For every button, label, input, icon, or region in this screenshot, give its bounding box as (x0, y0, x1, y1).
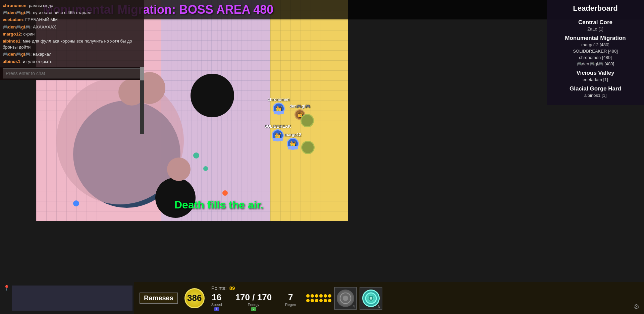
energy-stat: 170 / 170 Energy 2 (235, 292, 272, 311)
svg-point-1 (343, 296, 348, 301)
ability-dot-row2 (324, 299, 327, 302)
ability-slot-4[interactable]: 4 (334, 287, 357, 310)
lb-section: Glacial Gorge Hardalbinos1 [1] (552, 85, 639, 98)
olive-blob-2 (301, 141, 315, 154)
death-message: Death fills the air. (174, 199, 263, 211)
lb-section-title: Glacial Gorge Hard (552, 85, 639, 92)
leaderboard-content: Central CoreZaLo [1]Monumental Migration… (552, 19, 639, 98)
chat-message: 🎮den🎮gi🎮: ну и остовайся с 465 етадам (3, 10, 142, 16)
svg-point-4 (370, 297, 372, 300)
olive-blob-1 (301, 114, 314, 127)
ability-dot-row2 (328, 299, 331, 302)
chat-message: margo12: скрин (3, 31, 142, 37)
lb-section: Central CoreZaLo [1] (552, 19, 639, 32)
player-margo12-name: margo12 (284, 132, 301, 137)
chat-message: albinos1: мне для фулл ака короны все по… (3, 38, 142, 50)
black-blob-1 (191, 74, 234, 117)
player-solidbreaker-name: SOLIDBREAK (264, 124, 291, 129)
ability-slots-area: 4 5 (306, 287, 382, 310)
ability-dot-row2 (306, 299, 310, 302)
energy-label: Energy (248, 303, 259, 307)
ability-dots-area (306, 294, 331, 302)
slot-4-icon (339, 292, 352, 304)
lb-section: Monumental Migrationmargo12 [480]SOLIDBR… (552, 35, 639, 66)
lb-entry: 🎮den🎮gi🎮 [480] (552, 61, 639, 66)
chat-panel: chronomen: рамзы сюда🎮den🎮gi🎮: ну и осто… (0, 0, 144, 80)
player-hud: Rameses 386 Points: 89 16 Speed 1 170 / … (134, 282, 644, 314)
lb-entry: albinos1 [1] (552, 93, 639, 98)
slot-4-number: 4 (353, 304, 355, 308)
lb-section-title: Central Core (552, 19, 639, 26)
ability-dot-row1 (319, 294, 323, 298)
chat-message: chronomen: рамзы сюда (3, 3, 142, 9)
teal-dot-1 (193, 152, 199, 159)
chat-message: 🎮den🎮gi🎮: накаркал (3, 51, 142, 57)
speed-value: 16 (212, 292, 221, 303)
ability-dot-row1 (324, 294, 327, 298)
lb-entry: SOLIDBREAKER [480] (552, 49, 639, 54)
teal-dot-2 (203, 166, 208, 171)
player-dengi-name: den🎮gi🎮 (289, 104, 310, 109)
slot-5-inner (362, 290, 380, 307)
ability-dot-row1 (306, 294, 310, 298)
slot-5-icon (365, 292, 377, 304)
chat-scrollbar-thumb[interactable] (140, 67, 144, 80)
lb-entry: ZaLo [1] (552, 26, 639, 32)
regen-value: 7 (288, 292, 293, 303)
stat-row: 16 Speed 1 170 / 170 Energy 2 7 Regen (211, 292, 296, 311)
orange-dot (222, 190, 228, 196)
chat-message: 🎮den🎮gi🎮: АХАХАХАХ (3, 24, 142, 30)
leaderboard-title: Leaderboard (552, 4, 639, 15)
points-value: 89 (229, 285, 235, 291)
gear-button[interactable]: ⚙ (632, 302, 641, 311)
chat-messages: chronomen: рамзы сюда🎮den🎮gi🎮: ну и осто… (0, 0, 144, 67)
level-badge: 386 (184, 288, 205, 308)
ability-dot-row2 (311, 299, 314, 302)
regen-label: Regen (285, 303, 296, 307)
chat-input[interactable] (3, 68, 142, 78)
speed-stat: 16 Speed 1 (211, 292, 222, 311)
bottom-hud: 📍 Rameses 386 Points: 89 16 Speed 1 170 … (0, 282, 644, 314)
lb-entry: margo12 [480] (552, 42, 639, 47)
slot-4-inner (337, 290, 354, 307)
player-margo12: margo12 👑 (284, 132, 301, 150)
ability-dot-row1 (311, 294, 314, 298)
black-blob-2 (155, 178, 196, 218)
slot-5-number: 5 (378, 304, 380, 308)
lb-section: Vicious Valleyeeetadam [1] (552, 70, 639, 82)
player-chronomen: chronomen 👑 (268, 97, 289, 115)
chat-input-container (0, 67, 144, 80)
minimap-area: 📍 (0, 282, 134, 314)
stats-area: Points: 89 16 Speed 1 170 / 170 Energy 2… (211, 285, 296, 311)
lb-entry: chronomen [480] (552, 55, 639, 60)
minimap-pin-icon: 📍 (3, 285, 10, 291)
regen-stat: 7 Regen (285, 292, 296, 311)
energy-value: 170 / 170 (235, 292, 272, 303)
pink-blob-small (167, 158, 191, 181)
ability-dots-row2 (306, 299, 331, 302)
leaderboard-panel: Leaderboard Central CoreZaLo [1]Monument… (547, 0, 644, 105)
energy-badge: 2 (251, 307, 256, 311)
lb-entry: eeetadam [1] (552, 77, 639, 82)
chat-message: eeetadam: ГРЕБАНЫЙ ММ (3, 17, 142, 23)
speed-label: Speed (211, 303, 222, 307)
player-chronomen-name: chronomen (268, 97, 289, 102)
ability-dot-row2 (315, 299, 318, 302)
ability-dot-row2 (319, 299, 323, 302)
lb-section-title: Vicious Valley (552, 70, 639, 76)
speed-badge: 1 (214, 307, 219, 311)
ability-dots-row1 (306, 294, 331, 298)
points-row: Points: 89 (211, 285, 296, 291)
ability-slot-5[interactable]: 5 (360, 287, 382, 310)
ability-dot-row1 (315, 294, 318, 298)
player-name-display: Rameses (140, 293, 178, 304)
minimap-canvas (12, 286, 132, 311)
chat-message: albinos1: и гуля открыть (3, 59, 142, 65)
points-label: Points: (211, 285, 227, 291)
ability-dot-row1 (328, 294, 331, 298)
chat-scrollbar[interactable] (140, 67, 144, 134)
lb-section-title: Monumental Migration (552, 35, 639, 42)
blue-dot (73, 200, 79, 206)
